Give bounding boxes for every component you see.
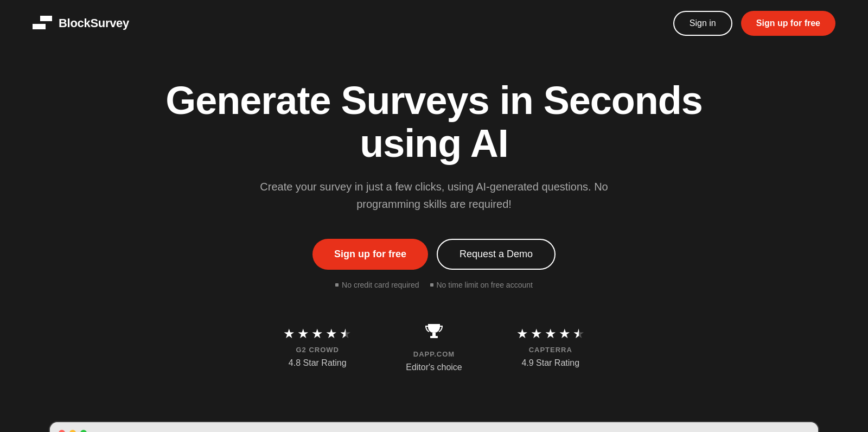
note-no-time-limit: No time limit on free account: [430, 281, 533, 289]
star-3: ★: [311, 326, 323, 341]
rating-capterra: ★ ★ ★ ★ ★ ★ CAPTERRA 4.9 Star Rating: [516, 326, 585, 368]
svg-rect-1: [430, 336, 438, 338]
star-2: ★: [297, 326, 309, 341]
capterra-stars: ★ ★ ★ ★ ★ ★: [516, 326, 585, 341]
g2crowd-label: 4.8 Star Rating: [289, 358, 347, 368]
signup-nav-button[interactable]: Sign up for free: [741, 11, 835, 36]
svg-rect-0: [432, 333, 436, 336]
signin-button[interactable]: Sign in: [673, 11, 732, 36]
preview-container: [0, 421, 868, 432]
note-dot-2: [430, 283, 433, 287]
capterra-source: CAPTERRA: [529, 346, 572, 354]
navbar: BlockSurvey Sign in Sign up for free: [0, 0, 868, 47]
g2crowd-source: G2 CROWD: [296, 346, 339, 354]
cta-buttons: Sign up for free Request a Demo: [312, 239, 556, 270]
star-1: ★: [283, 326, 295, 341]
demo-button[interactable]: Request a Demo: [437, 239, 556, 270]
note-dot-1: [335, 283, 339, 287]
capterra-label: 4.9 Star Rating: [521, 358, 579, 368]
star-half: ★ ★: [340, 326, 352, 341]
dappcom-label: Editor's choice: [406, 363, 462, 372]
star-c1: ★: [516, 326, 528, 341]
note-text-2: No time limit on free account: [437, 281, 533, 289]
note-text-1: No credit card required: [342, 281, 419, 289]
window-dot-green: [80, 430, 87, 432]
star-c4: ★: [559, 326, 571, 341]
star-c2: ★: [531, 326, 542, 341]
star-c-half: ★ ★: [573, 326, 585, 341]
ratings-section: ★ ★ ★ ★ ★ ★ G2 CROWD 4.8 Star Rating: [283, 322, 585, 372]
preview-window-titlebar: [50, 422, 818, 432]
rating-g2crowd: ★ ★ ★ ★ ★ ★ G2 CROWD 4.8 Star Rating: [283, 326, 352, 368]
hero-section: Generate Surveys in Seconds using AI Cre…: [0, 47, 868, 421]
signup-hero-button[interactable]: Sign up for free: [312, 239, 428, 270]
logo[interactable]: BlockSurvey: [33, 16, 129, 31]
svg-rect-2: [432, 324, 436, 325]
cta-notes: No credit card required No time limit on…: [335, 281, 533, 289]
logo-icon: [33, 16, 52, 31]
nav-buttons: Sign in Sign up for free: [673, 11, 835, 36]
g2crowd-stars: ★ ★ ★ ★ ★ ★: [283, 326, 352, 341]
hero-title: Generate Surveys in Seconds using AI: [163, 79, 705, 165]
window-dot-yellow: [69, 430, 76, 432]
dappcom-source: DAPP.COM: [413, 350, 455, 358]
star-4: ★: [326, 326, 337, 341]
rating-dappcom: DAPP.COM Editor's choice: [406, 322, 462, 372]
note-no-credit-card: No credit card required: [335, 281, 419, 289]
preview-window: [49, 421, 819, 432]
window-dot-red: [59, 430, 65, 432]
logo-text: BlockSurvey: [59, 16, 129, 30]
star-c3: ★: [545, 326, 557, 341]
trophy-icon: [424, 322, 444, 346]
hero-subtitle: Create your survey in just a few clicks,…: [239, 178, 629, 213]
